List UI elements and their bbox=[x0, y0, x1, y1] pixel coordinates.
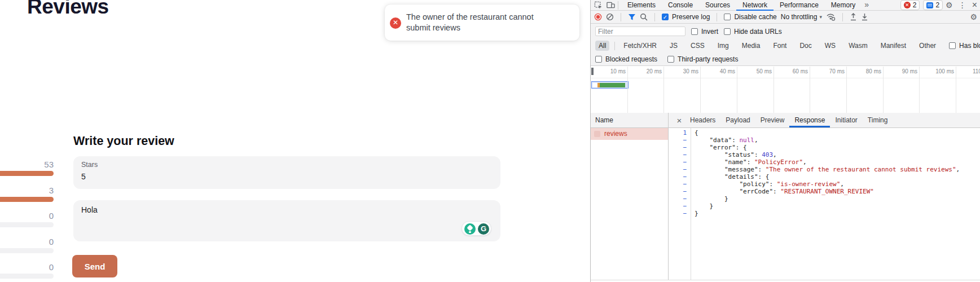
chip-other[interactable]: Other bbox=[916, 41, 939, 51]
devtools-main-tabs: ElementsConsoleSourcesNetworkPerformance… bbox=[621, 0, 872, 11]
hide-data-urls-checkbox[interactable]: Hide data URLs bbox=[724, 28, 782, 36]
tab-memory[interactable]: Memory bbox=[825, 0, 862, 11]
chip-ws[interactable]: WS bbox=[821, 41, 839, 51]
gutter-line-marker[interactable]: − bbox=[669, 195, 691, 202]
chip-manifest[interactable]: Manifest bbox=[877, 41, 909, 51]
tab-console[interactable]: Console bbox=[662, 0, 699, 11]
chip-all[interactable]: All bbox=[595, 41, 609, 51]
chip-doc[interactable]: Doc bbox=[796, 41, 815, 51]
tab-elements[interactable]: Elements bbox=[621, 0, 662, 11]
screenshot-root: Reviews ✕ The owner of the restaurant ca… bbox=[0, 0, 980, 282]
json-line: "policy": "is-owner-review", bbox=[695, 180, 979, 188]
detail-tab-timing[interactable]: Timing bbox=[863, 113, 893, 127]
network-conditions-icon[interactable] bbox=[826, 13, 836, 21]
grammarly-logo-icon[interactable]: G bbox=[478, 223, 489, 235]
json-line: "error": { bbox=[695, 144, 979, 151]
filter-funnel-icon[interactable] bbox=[628, 14, 636, 21]
json-line: "name": "PolicyError", bbox=[695, 158, 979, 166]
detail-tab-headers[interactable]: Headers bbox=[685, 113, 720, 127]
stars-field[interactable]: Stars 5 bbox=[73, 156, 500, 189]
clear-icon[interactable] bbox=[606, 13, 614, 21]
issues-icon bbox=[926, 2, 933, 8]
inspect-element-icon[interactable] bbox=[594, 1, 603, 10]
gutter-line-marker[interactable]: − bbox=[669, 151, 691, 158]
search-icon[interactable] bbox=[640, 13, 648, 21]
device-toolbar-icon[interactable] bbox=[607, 1, 615, 9]
gutter-line-marker[interactable]: − bbox=[669, 158, 691, 166]
invert-checkbox[interactable]: Invert bbox=[691, 28, 718, 36]
preserve-log-checkbox[interactable]: ✓ Preserve log bbox=[662, 13, 710, 21]
filter-input[interactable] bbox=[595, 27, 685, 36]
chip-fetch-xhr[interactable]: Fetch/XHR bbox=[620, 41, 660, 51]
gutter-line-marker[interactable]: − bbox=[669, 188, 691, 195]
review-textarea[interactable]: Hola G bbox=[73, 200, 500, 241]
detail-tab-initiator[interactable]: Initiator bbox=[830, 113, 862, 127]
stars-value: 5 bbox=[81, 172, 86, 181]
detail-tab-payload[interactable]: Payload bbox=[720, 113, 755, 127]
rating-count: 3 bbox=[49, 186, 54, 195]
chips-container: AllFetch/XHRJSCSSImgMediaFontDocWSWasmMa… bbox=[595, 41, 939, 51]
errors-badge[interactable]: ✕ 2 bbox=[900, 0, 920, 10]
tab-sources[interactable]: Sources bbox=[699, 0, 736, 11]
stars-label: Stars bbox=[81, 161, 98, 169]
throttling-dropdown[interactable]: No throttling ▾ bbox=[781, 13, 822, 21]
request-row-reviews[interactable]: reviews bbox=[591, 128, 668, 140]
gutter-line-marker[interactable]: − bbox=[669, 166, 691, 173]
has-blocked-cookies-checkbox[interactable]: Has blocked cookies bbox=[949, 42, 980, 50]
error-toast[interactable]: ✕ The owner of the restaurant cannot sub… bbox=[385, 5, 579, 41]
detail-tab-response[interactable]: Response bbox=[789, 113, 830, 127]
rating-count: 53 bbox=[44, 160, 54, 169]
chip-font[interactable]: Font bbox=[770, 41, 790, 51]
json-token: , bbox=[754, 136, 758, 144]
chip-media[interactable]: Media bbox=[739, 41, 764, 51]
more-tabs-icon[interactable]: » bbox=[862, 0, 872, 11]
grammarly-widget[interactable]: G bbox=[462, 221, 491, 236]
chip-img[interactable]: Img bbox=[714, 41, 732, 51]
toolbar-separator bbox=[717, 13, 717, 21]
gutter-line-marker[interactable]: − bbox=[669, 202, 691, 210]
gutter-line-marker[interactable]: − bbox=[669, 210, 691, 217]
json-token: } bbox=[695, 202, 713, 210]
chip-js[interactable]: JS bbox=[666, 41, 681, 51]
network-overview-timeline[interactable]: 10 ms20 ms30 ms40 ms50 ms60 ms70 ms80 ms… bbox=[591, 67, 980, 113]
tab-performance[interactable]: Performance bbox=[774, 0, 825, 11]
json-token: "RESTAURANT_OWNER_REVIEW" bbox=[780, 188, 874, 195]
blocked-requests-checkbox[interactable]: Blocked requests bbox=[595, 55, 657, 63]
checkbox-icon bbox=[949, 42, 956, 49]
gutter-line-marker[interactable]: − bbox=[669, 144, 691, 151]
disable-cache-checkbox[interactable]: Disable cache bbox=[724, 13, 776, 21]
json-token: "error": { bbox=[695, 144, 747, 151]
rating-count: 0 bbox=[49, 262, 54, 272]
json-token: { bbox=[695, 129, 698, 136]
record-icon[interactable] bbox=[594, 13, 602, 21]
import-har-icon[interactable] bbox=[850, 13, 857, 21]
tab-network[interactable]: Network bbox=[736, 0, 774, 11]
third-party-requests-checkbox[interactable]: Third-party requests bbox=[667, 55, 738, 63]
rating-bar bbox=[0, 274, 54, 279]
name-column-header[interactable]: Name bbox=[591, 113, 669, 128]
toast-message: The owner of the restaurant cannot submi… bbox=[406, 12, 547, 33]
timeline-tick-label: 80 ms bbox=[849, 68, 881, 75]
gutter-line-marker[interactable]: − bbox=[669, 173, 691, 180]
response-json-viewer[interactable]: { "data": null, "error": { "status": 403… bbox=[695, 129, 979, 217]
network-settings-gear-icon[interactable]: ⚙ bbox=[967, 12, 980, 21]
toolbar-separator bbox=[618, 1, 618, 10]
gutter-line-marker[interactable]: − bbox=[669, 136, 691, 144]
chip-css[interactable]: CSS bbox=[687, 41, 708, 51]
timeline-tick-label: 50 ms bbox=[739, 68, 772, 75]
settings-gear-icon[interactable]: ⚙ bbox=[943, 1, 956, 10]
chip-wasm[interactable]: Wasm bbox=[845, 41, 871, 51]
issues-badge[interactable]: 2 bbox=[923, 0, 943, 10]
request-waterfall-bar[interactable] bbox=[591, 81, 629, 89]
close-detail-icon[interactable]: × bbox=[674, 116, 685, 125]
export-har-icon[interactable] bbox=[861, 13, 868, 21]
json-token: } bbox=[695, 210, 698, 217]
detail-tab-preview[interactable]: Preview bbox=[755, 113, 790, 127]
close-devtools-icon[interactable]: × bbox=[969, 0, 980, 10]
gutter-line-marker[interactable]: − bbox=[669, 180, 691, 188]
timeline-tick-label: 20 ms bbox=[629, 68, 662, 75]
grammarly-suggestion-icon[interactable] bbox=[464, 223, 476, 235]
kebab-menu-icon[interactable]: ⋮ bbox=[956, 1, 969, 10]
gutter-line-marker[interactable]: 1 bbox=[669, 129, 691, 136]
send-button[interactable]: Send bbox=[72, 255, 117, 277]
